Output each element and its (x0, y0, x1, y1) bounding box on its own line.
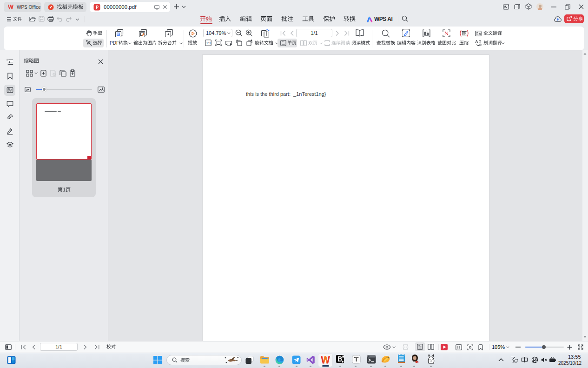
svg-text:1:1: 1:1 (206, 41, 211, 45)
svg-text:64: 64 (416, 361, 419, 363)
